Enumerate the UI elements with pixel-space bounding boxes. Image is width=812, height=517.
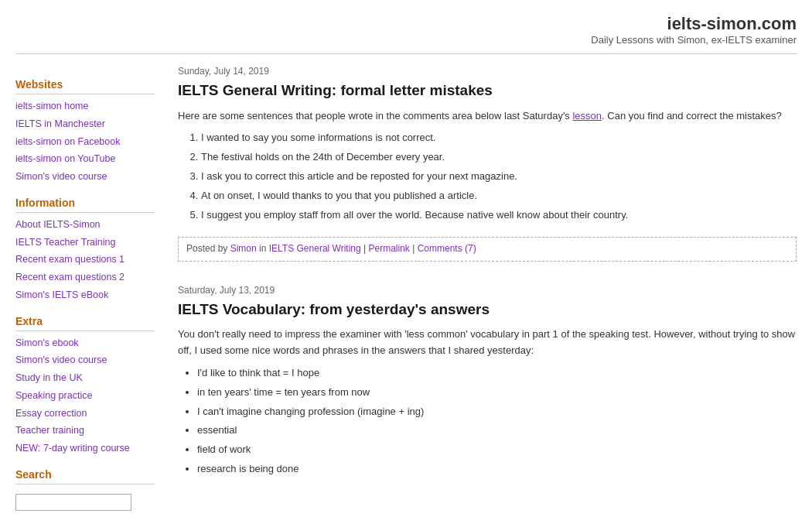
- sidebar-link[interactable]: Teacher training: [15, 423, 155, 438]
- post-intro: You don't really need to impress the exa…: [178, 327, 797, 359]
- site-title: ielts-simon.com: [15, 14, 797, 34]
- sidebar-link[interactable]: Simon's video course: [15, 353, 155, 368]
- extra-links: Simon's ebookSimon's video courseStudy i…: [15, 336, 155, 456]
- list-item: I'd like to think that = I hope: [197, 365, 797, 382]
- comments-link[interactable]: Comments (7): [418, 243, 476, 254]
- sidebar-link[interactable]: ielts-simon on Facebook: [15, 135, 155, 149]
- sidebar-section-search: Search: [15, 468, 155, 484]
- category-link[interactable]: IELTS General Writing: [269, 243, 361, 254]
- post-date: Sunday, July 14, 2019: [178, 66, 797, 77]
- sidebar-link[interactable]: NEW: 7-day writing course: [15, 441, 155, 456]
- list-item: in ten years' time = ten years from now: [197, 385, 797, 401]
- author-link[interactable]: Simon: [230, 243, 257, 254]
- list-item: At on onset, I would thanks to you that …: [201, 188, 797, 204]
- sidebar-link[interactable]: Simon's video course: [15, 169, 155, 184]
- blog-post: Sunday, July 14, 2019IELTS General Writi…: [178, 66, 797, 262]
- sidebar-link[interactable]: Speaking practice: [15, 389, 155, 403]
- sidebar-link[interactable]: ielts-simon home: [15, 99, 155, 114]
- list-item: field of work: [197, 442, 797, 458]
- list-item: I wanted to say you some informations is…: [201, 130, 797, 146]
- post-title: IELTS General Writing: formal letter mis…: [178, 81, 797, 101]
- post-title: IELTS Vocabulary: from yesterday's answe…: [178, 300, 797, 320]
- sidebar-link[interactable]: Study in the UK: [15, 371, 155, 385]
- main-content: Sunday, July 14, 2019IELTS General Writi…: [170, 62, 797, 511]
- sidebar-search-section: Search: [15, 468, 155, 511]
- site-subtitle: Daily Lessons with Simon, ex-IELTS exami…: [15, 34, 797, 46]
- list-item: essential: [197, 423, 797, 439]
- sidebar-section-extra: Extra: [15, 315, 155, 331]
- list-item: I ask you to correct this article and be…: [201, 169, 797, 185]
- post-body: You don't really need to impress the exa…: [178, 327, 797, 477]
- sidebar-link[interactable]: Simon's IELTS eBook: [15, 288, 155, 303]
- search-input[interactable]: [15, 494, 131, 511]
- lesson-link[interactable]: lesson: [572, 110, 602, 122]
- list-item: research is being done: [197, 461, 797, 478]
- posts-container: Sunday, July 14, 2019IELTS General Writi…: [178, 66, 797, 478]
- vocabulary-list: I'd like to think that = I hopein ten ye…: [197, 365, 797, 478]
- websites-links: ielts-simon homeIELTS in Manchesterielts…: [15, 99, 155, 184]
- list-item: I suggest you employ staff from all over…: [201, 207, 797, 224]
- sidebar-link[interactable]: ielts-simon on YouTube: [15, 152, 155, 166]
- list-item: I can't imagine changing profession (ima…: [197, 404, 797, 420]
- mistakes-list: I wanted to say you some informations is…: [201, 130, 797, 223]
- sidebar-link[interactable]: Recent exam questions 2: [15, 270, 155, 285]
- post-body: Here are some sentences that people wrot…: [178, 108, 797, 262]
- permalink-link[interactable]: Permalink: [368, 243, 409, 254]
- sidebar-link[interactable]: About IELTS-Simon: [15, 217, 155, 232]
- sidebar-link[interactable]: Recent exam questions 1: [15, 252, 155, 267]
- header-divider: [15, 53, 797, 54]
- information-links: About IELTS-SimonIELTS Teacher TrainingR…: [15, 217, 155, 303]
- sidebar: Websites ielts-simon homeIELTS in Manche…: [15, 62, 170, 511]
- sidebar-section-websites: Websites: [15, 78, 155, 94]
- list-item: The festival holds on the 24th of Decemb…: [201, 149, 797, 166]
- sidebar-section-information: Information: [15, 197, 155, 213]
- sidebar-link[interactable]: Essay correction: [15, 406, 155, 421]
- post-footer: Posted by Simon in IELTS General Writing…: [178, 237, 797, 261]
- sidebar-link[interactable]: IELTS in Manchester: [15, 117, 155, 132]
- sidebar-link[interactable]: Simon's ebook: [15, 336, 155, 351]
- sidebar-link[interactable]: IELTS Teacher Training: [15, 235, 155, 250]
- blog-post: Saturday, July 13, 2019IELTS Vocabulary:…: [178, 285, 797, 478]
- post-date: Saturday, July 13, 2019: [178, 285, 797, 296]
